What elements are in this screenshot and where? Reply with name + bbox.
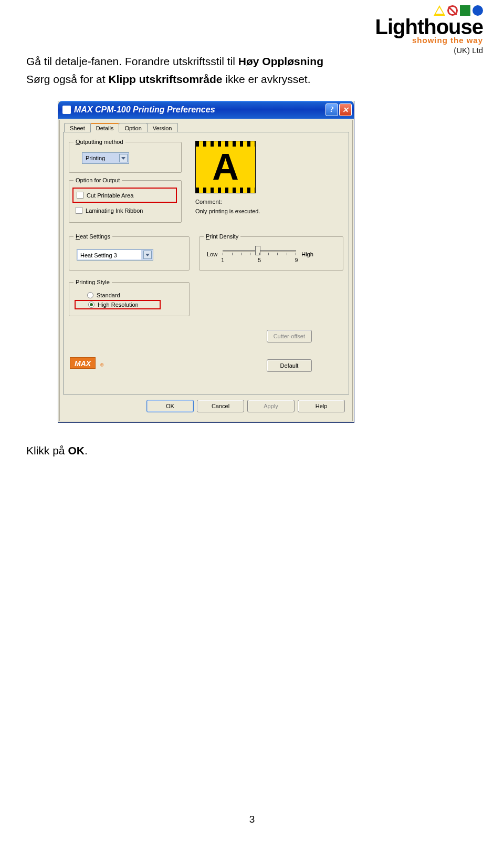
instr-part1: Gå til detalje-fanen. Forandre utskrifts… [26,55,238,67]
preview-letter: A [212,146,239,188]
dialog-title: MAX CPM-100 Printing Preferences [74,105,215,115]
outputting-method-group: OOutputting methodutputting method Print… [69,139,182,173]
outputting-method-value: Printing [86,155,117,161]
instruction-after: Klikk på OK. [26,444,88,457]
comment-text: Only printing is executed. [195,208,343,214]
printing-style-group: Printing Style Standard High Resolution [69,279,190,316]
cut-printable-area-checkbox[interactable] [77,192,83,199]
laminating-label: Laminating Ink Ribbon [86,207,143,214]
apply-label: Apply [264,403,278,409]
heat-setting-dropdown[interactable]: Heat Setting 3 [77,249,153,261]
laminating-checkbox[interactable] [76,207,82,214]
apply-button: Apply [247,400,295,412]
printing-preferences-dialog: MAX CPM-100 Printing Preferences ? ✕ She… [58,101,354,423]
option-for-output-legend: Option for Output [74,177,122,183]
heat-setting-value: Heat Setting 3 [78,250,141,259]
close-button[interactable]: ✕ [339,103,352,116]
instr-bold1: Høy Oppløsning [238,55,323,67]
printer-icon [62,106,71,114]
standard-label: Standard [97,292,120,298]
circle-icon [472,5,483,16]
density-tick-5: 5 [258,257,261,263]
cut-printable-area-label: Cut Printable Area [87,192,133,199]
no-sign-icon [447,5,458,16]
page-number: 3 [249,814,255,825]
tab-version[interactable]: Version [147,123,178,132]
default-label: Default [280,362,299,369]
square-icon [460,5,470,16]
registered-icon: ® [100,362,104,368]
ok-button[interactable]: OK [146,400,194,412]
logo-country: (UK) Ltd [375,46,483,55]
highres-radio[interactable] [88,302,94,308]
instr-part2a: Sørg også for at [26,73,108,85]
print-density-legend: Print Density [204,233,240,240]
logo-shapes [434,5,483,16]
instr-bold2: Klipp utskriftsområde [108,73,222,85]
triangle-icon [434,5,445,16]
after-c: . [85,444,88,456]
cancel-button[interactable]: Cancel [197,400,244,412]
cut-area-highlight: Cut Printable Area [72,188,177,203]
after-b: OK [68,444,85,456]
comment-label: Comment: [195,199,343,205]
density-low-label: Low [207,251,217,257]
preview-icon: A [195,141,256,193]
instruction-text: Gå til detalje-fanen. Forandre utskrifts… [26,53,323,88]
printing-style-legend: Printing Style [74,279,112,285]
tab-strip: Sheet Details Option Version [64,123,349,132]
titlebar[interactable]: MAX CPM-100 Printing Preferences ? ✕ [58,101,354,119]
help-button[interactable]: ? [326,103,338,116]
option-for-output-group: Option for Output Cut Printable Area Lam… [69,177,182,223]
heat-settings-legend: Heat Settings [74,233,112,240]
cutter-offset-button: Cutter-offset [267,330,312,342]
heat-settings-group: Heat Settings Heat Setting 3 [69,233,190,271]
dialog-body: Sheet Details Option Version OOutputting… [59,120,353,421]
standard-radio[interactable] [87,292,93,298]
chevron-down-icon [119,154,128,162]
instr-part2c: ikke er avkrysset. [222,73,310,85]
brand-logo: Lighthouse showing the way (UK) Ltd [375,5,483,55]
density-slider[interactable]: 1 5 9 [223,247,296,262]
density-tick-1: 1 [221,257,224,263]
logo-name: Lighthouse [375,18,483,36]
default-button[interactable]: Default [267,359,312,372]
highres-highlight: High Resolution [75,300,161,309]
dialog-button-row: OK Cancel Apply Help [63,394,349,418]
tab-panel-details: OOutputting methodutputting method Print… [63,132,349,394]
max-logo: MAX [70,357,96,369]
highres-label: High Resolution [98,302,139,308]
tab-details[interactable]: Details [90,123,120,132]
help-button-bottom[interactable]: Help [298,400,345,412]
after-a: Klikk på [26,444,68,456]
tab-sheet[interactable]: Sheet [64,123,91,132]
density-high-label: High [301,251,313,257]
print-density-group: Print Density Low 1 5 9 [199,233,343,271]
cutter-offset-label: Cutter-offset [274,333,305,339]
outputting-method-legend: OOutputting methodutputting method [74,139,125,145]
outputting-method-dropdown[interactable]: Printing [82,152,129,164]
chevron-down-icon [143,251,152,259]
tab-option[interactable]: Option [119,123,147,132]
density-tick-9: 9 [295,257,298,263]
